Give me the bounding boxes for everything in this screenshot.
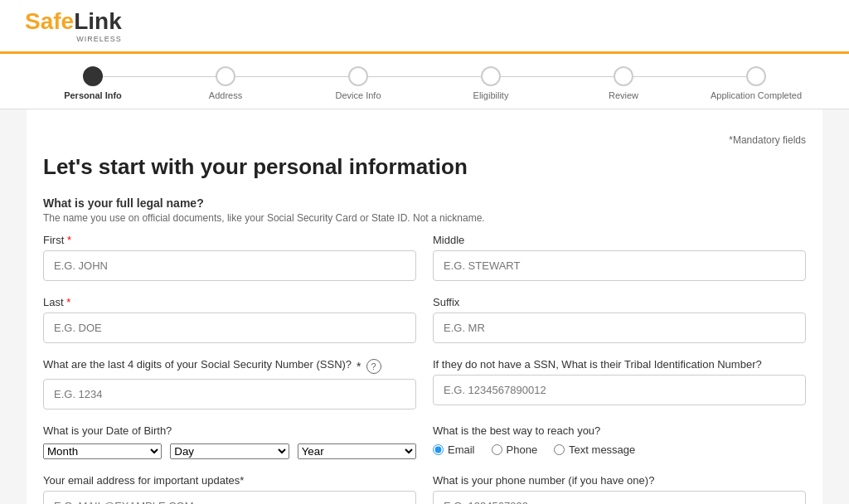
step-eligibility[interactable]: Eligibility [424, 66, 557, 100]
step-label-5: Application Completed [711, 90, 802, 100]
radio-group: Email Phone Text message [433, 443, 806, 456]
step-circle-0 [83, 66, 103, 86]
step-circle-4 [614, 66, 633, 86]
bottom-row: Your email address for important updates… [43, 474, 806, 504]
step-review[interactable]: Review [557, 66, 690, 100]
email-address-label: Your email address for important updates… [43, 474, 416, 487]
ssn-input[interactable] [43, 379, 416, 410]
email-radio[interactable] [433, 444, 444, 455]
middle-label: Middle [433, 234, 806, 246]
first-name-group: First * [43, 234, 416, 281]
ssn-group: What are the last 4 digits of your Socia… [43, 358, 416, 410]
step-label-3: Eligibility [473, 90, 509, 100]
suffix-label: Suffix [433, 296, 806, 308]
email-radio-item[interactable]: Email [433, 443, 475, 456]
suffix-input[interactable] [433, 313, 806, 343]
page-title: Let's start with your personal informati… [43, 154, 806, 180]
logo-link: Link [74, 8, 122, 34]
last-label: Last * [43, 296, 416, 308]
step-application-completed[interactable]: Application Completed [690, 66, 822, 100]
name-row-1: First * Middle [43, 234, 806, 281]
step-label-4: Review [609, 90, 638, 100]
first-label: First * [43, 234, 416, 246]
name-row-2: Last * Suffix [43, 296, 806, 343]
logo-wireless: WIRELESS [25, 35, 122, 43]
step-circle-3 [481, 66, 501, 86]
step-address[interactable]: Address [159, 66, 292, 100]
step-circle-1 [216, 66, 235, 86]
name-section-label: What is your full legal name? [43, 196, 806, 210]
name-section-sub: The name you use on official documents, … [43, 212, 806, 224]
step-label-2: Device Info [335, 90, 381, 100]
year-select[interactable]: Year202420232022202120202019201820172016… [298, 443, 416, 459]
stepper: Personal InfoAddressDevice InfoEligibili… [0, 54, 849, 109]
last-name-group: Last * [43, 296, 416, 343]
contact-col: What is the best way to reach you? Email… [433, 424, 806, 456]
logo-safe: Safe [25, 8, 74, 34]
email-address-group: Your email address for important updates… [43, 474, 416, 504]
step-device-info[interactable]: Device Info [292, 66, 424, 100]
suffix-group: Suffix [433, 296, 806, 343]
tribal-label: If they do not have a SSN, What is their… [433, 358, 806, 371]
ssn-info-icon[interactable]: ? [366, 359, 381, 374]
text-radio-item[interactable]: Text message [554, 443, 635, 456]
month-select[interactable]: MonthJanuaryFebruaryMarchAprilMayJuneJul… [43, 443, 162, 459]
step-label-0: Personal Info [64, 90, 122, 100]
phone-number-input[interactable] [433, 491, 806, 504]
text-radio[interactable] [554, 444, 565, 455]
phone-number-group: What is your phone number (if you have o… [433, 474, 806, 504]
text-option-label: Text message [569, 443, 635, 456]
ssn-label: What are the last 4 digits of your Socia… [43, 358, 352, 371]
phone-number-label: What is your phone number (if you have o… [433, 474, 806, 487]
last-input[interactable] [43, 313, 416, 343]
mandatory-note: *Mandatory fields [43, 134, 806, 146]
phone-radio-item[interactable]: Phone [492, 443, 538, 456]
tribal-input[interactable] [433, 375, 806, 405]
main-content: *Mandatory fields Let's start with your … [27, 109, 822, 504]
day-select[interactable]: Day1234567891011121314151617181920212223… [170, 443, 289, 459]
header: SafeLink WIRELESS [0, 0, 849, 54]
email-address-input[interactable] [43, 491, 416, 504]
logo: SafeLink WIRELESS [25, 8, 122, 43]
step-circle-2 [348, 66, 368, 86]
dob-selects: MonthJanuaryFebruaryMarchAprilMayJuneJul… [43, 443, 416, 459]
ssn-row: What are the last 4 digits of your Socia… [43, 358, 806, 410]
middle-input[interactable] [433, 250, 806, 281]
step-circle-5 [746, 66, 766, 86]
dob-contact-row: What is your Date of Birth? MonthJanuary… [43, 424, 806, 459]
email-option-label: Email [448, 443, 475, 456]
first-input[interactable] [43, 250, 416, 281]
middle-name-group: Middle [433, 234, 806, 281]
tribal-group: If they do not have a SSN, What is their… [433, 358, 806, 405]
step-personal-info[interactable]: Personal Info [27, 66, 159, 100]
dob-col: What is your Date of Birth? MonthJanuary… [43, 424, 416, 459]
reach-label: What is the best way to reach you? [433, 424, 806, 437]
dob-label: What is your Date of Birth? [43, 424, 416, 437]
phone-radio[interactable] [492, 444, 502, 455]
phone-option-label: Phone [507, 443, 538, 456]
step-label-1: Address [209, 90, 242, 100]
